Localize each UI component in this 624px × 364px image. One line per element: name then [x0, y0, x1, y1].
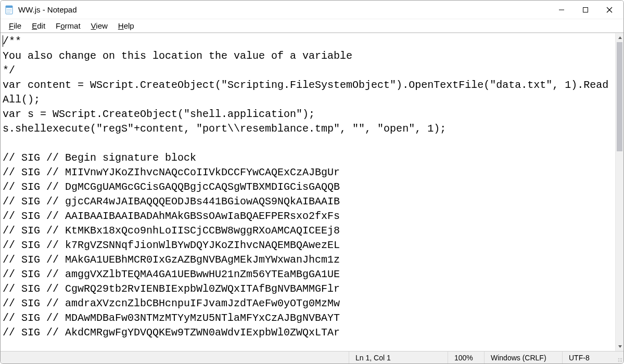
resize-grip-icon[interactable] [615, 352, 623, 363]
window-controls [550, 1, 621, 19]
notepad-icon [5, 5, 14, 15]
svg-rect-1 [6, 6, 12, 8]
scroll-down-icon[interactable] [616, 342, 623, 351]
minimize-button[interactable] [550, 1, 574, 19]
vertical-scrollbar[interactable] [615, 33, 623, 351]
statusbar: Ln 1, Col 1 100% Windows (CRLF) UTF-8 [1, 351, 623, 363]
svg-rect-6 [583, 7, 588, 12]
menu-help[interactable]: Help [113, 20, 139, 31]
status-eol: Windows (CRLF) [485, 352, 563, 363]
close-button[interactable] [597, 1, 621, 19]
scrollbar-thumb[interactable] [617, 42, 622, 151]
menu-format[interactable]: Format [50, 20, 86, 31]
status-position: Ln 1, Col 1 [349, 352, 448, 363]
scroll-up-icon[interactable] [616, 33, 623, 42]
maximize-button[interactable] [574, 1, 597, 19]
content-area: /** You also change on this location the… [1, 33, 623, 351]
status-encoding: UTF-8 [563, 352, 615, 363]
window-title: WW.js - Notepad [18, 5, 77, 14]
menu-edit[interactable]: Edit [27, 20, 50, 31]
menu-file[interactable]: File [4, 20, 27, 31]
text-editor[interactable]: /** You also change on this location the… [1, 33, 615, 351]
titlebar: WW.js - Notepad [1, 1, 623, 19]
menubar: File Edit Format View Help [1, 19, 623, 33]
menu-view[interactable]: View [86, 20, 113, 31]
status-zoom: 100% [448, 352, 485, 363]
